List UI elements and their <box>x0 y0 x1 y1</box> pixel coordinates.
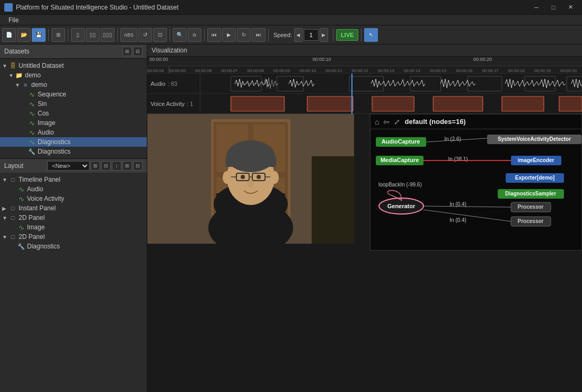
layout-grid2-btn[interactable]: ⊟ <box>101 161 111 171</box>
loop-button[interactable]: ↺ <box>138 28 152 42</box>
layout-item-timeline-panel[interactable]: ▼ □ Timeline Panel <box>0 175 147 184</box>
timeline-ruler-major: 00:00:00 00:00:10 00:00:20 <box>147 57 582 66</box>
svg-point-56 <box>223 171 231 184</box>
va-track-content[interactable] <box>200 94 582 113</box>
toolbar-separator-1 <box>48 29 49 41</box>
speed-value: 1 <box>304 29 319 41</box>
home-icon[interactable]: ⌂ <box>375 118 379 126</box>
dataset-button[interactable]: ⊞ <box>51 28 65 42</box>
arrow-timeline: ▼ <box>2 177 8 183</box>
tree-item-dataset[interactable]: ▼ 🗄 Untitled Dataset <box>0 61 147 70</box>
fullscreen-icon[interactable]: ⤢ <box>394 118 400 126</box>
app-icon <box>4 3 13 12</box>
svg-rect-28 <box>307 96 353 111</box>
loopback-label: loopBackIn (-99.6) <box>378 182 422 188</box>
layout-item-image-2d[interactable]: ▶ ∿ Image <box>0 222 147 232</box>
snap-button[interactable]: ⊡ <box>153 28 167 42</box>
abs-button[interactable]: ABS <box>120 28 137 42</box>
maximize-button[interactable]: □ <box>546 2 561 13</box>
tree-item-audio[interactable]: ▶ ∿ Audio <box>0 128 147 137</box>
tree-item-demo-list[interactable]: ▼ ≡ demo <box>0 80 147 90</box>
tracks-area: Audio : 83 <box>147 74 582 114</box>
layout-item-audio[interactable]: ▶ ∿ Audio <box>0 184 147 194</box>
svg-text:00:00:04: 00:00:04 <box>147 68 164 73</box>
speed-up-button[interactable]: ▶ <box>320 28 328 42</box>
svg-rect-27 <box>231 96 285 111</box>
wave-icon-sin: ∿ <box>28 100 36 108</box>
speed-label: Speed: <box>274 32 292 38</box>
svg-text:00:00:18: 00:00:18 <box>508 68 525 73</box>
tree-item-demo-folder[interactable]: ▼ 📁 demo <box>0 70 147 80</box>
svg-text:00:00:07: 00:00:07 <box>221 68 238 73</box>
layout2-button[interactable]: ▯▯ <box>86 28 100 42</box>
layout-label: Layout <box>4 162 23 170</box>
graph-header: ⌂ ⇦ ⤢ default (nodes=16) <box>371 114 581 129</box>
menu-file[interactable]: File <box>4 16 23 24</box>
minimize-button[interactable]: ─ <box>529 2 544 13</box>
exporter-node-label: Exporter[demo] <box>515 175 554 181</box>
cursor-tool-button[interactable]: ↖ <box>364 28 378 42</box>
tree-item-voice-activity[interactable]: ▶ ∿ Diagnostics <box>0 137 147 147</box>
layout-item-2d-panel-2[interactable]: ▼ □ 2D Panel <box>0 232 147 242</box>
right-content: Visualization 00:00:00 00:00:10 00:00:20… <box>147 44 582 392</box>
open-button[interactable]: 📂 <box>17 28 31 42</box>
layout-expand-btn[interactable]: ⊞ <box>122 161 132 171</box>
arrow-2d-2: ▼ <box>2 234 8 240</box>
layout-grid-btn[interactable]: ⊞ <box>91 161 100 171</box>
sin-label: Sin <box>38 100 47 108</box>
toolbar-separator-5 <box>204 29 205 41</box>
layout-item-2d-panel-1[interactable]: ▼ □ 2D Panel <box>0 213 147 222</box>
layout-dropdown[interactable]: <New> <box>47 161 90 171</box>
layout-collapse-btn[interactable]: ⊟ <box>133 161 143 171</box>
tree-item-cos[interactable]: ▶ ∿ Cos <box>0 109 147 118</box>
va-tl-label: Voice Activity <box>27 195 64 202</box>
new-button[interactable]: 📄 <box>2 28 16 42</box>
zoom-out-button[interactable]: ⊖ <box>188 28 201 42</box>
timeline-ruler-minor[interactable]: 00:00:04 00:00:05 00:00:06 00:00:07 00:0… <box>147 66 582 74</box>
live-button[interactable]: LIVE <box>336 29 358 41</box>
save-button[interactable]: 💾 <box>32 28 46 42</box>
layout-section: Layout <New> ⊞ ⊟ ↕ ⊞ ⊟ ▼ □ Timeline <box>0 159 147 392</box>
layout3-button[interactable]: ▯▯▯ <box>101 28 114 42</box>
media-capture-node-label: MediaCapture <box>381 157 419 163</box>
time-mark-10: 00:00:10 <box>313 57 331 62</box>
back-icon[interactable]: ⇦ <box>383 118 390 126</box>
tree-item-image[interactable]: ▶ ∿ Image <box>0 118 147 128</box>
time-mark-0: 00:00:00 <box>149 57 168 62</box>
graph-svg: AudioCapture SystemVoiceActivityDetector… <box>371 129 582 251</box>
speed-control: Speed: ◀ 1 ▶ <box>274 28 328 42</box>
audio-track-content[interactable] <box>200 74 582 93</box>
svg-rect-41 <box>312 156 354 244</box>
demo-list-label: demo <box>31 81 47 88</box>
wave-icon-image-2d: ∿ <box>17 224 25 231</box>
svg-point-53 <box>241 175 245 179</box>
layout1-button[interactable]: ▯ <box>71 28 85 42</box>
fast-forward-button[interactable]: ⏭ <box>252 28 266 42</box>
tree-item-diagnostics[interactable]: ▶ 🔧 Diagnostics <box>0 147 147 156</box>
timeline-scrubber[interactable]: 00:00:04 00:00:05 00:00:06 00:00:07 00:0… <box>147 66 582 73</box>
svg-point-55 <box>248 180 254 188</box>
layout-sort-btn[interactable]: ↕ <box>112 161 121 171</box>
tree-item-sin[interactable]: ▶ ∿ Sin <box>0 99 147 109</box>
toolbar-separator-2 <box>68 29 68 41</box>
play-button[interactable]: ▶ <box>222 28 236 42</box>
zoom-in-button[interactable]: 🔍 <box>173 28 187 42</box>
datasets-collapse-button[interactable]: ⊟ <box>133 47 143 56</box>
image-2d-label: Image <box>27 224 45 231</box>
app-title: Platform for Situated Intelligence Studi… <box>16 4 529 11</box>
rewind-button[interactable]: ⏮ <box>207 28 221 42</box>
close-button[interactable]: ✕ <box>563 2 578 13</box>
arrow-2d-1: ▼ <box>2 215 8 221</box>
speed-down-button[interactable]: ◀ <box>294 28 303 42</box>
refresh-button[interactable]: ↻ <box>237 28 251 42</box>
layout-item-diag-2d[interactable]: ▶ 🔧 Diagnostics <box>0 242 147 251</box>
layout-item-instant-panel[interactable]: ▶ □ Instant Panel <box>0 203 147 213</box>
datasets-expand-button[interactable]: ⊞ <box>122 47 132 56</box>
svg-text:00:00:05: 00:00:05 <box>169 68 186 73</box>
db-icon: 🗄 <box>8 62 17 69</box>
svg-text:00:00:13: 00:00:13 <box>378 68 395 73</box>
in26-label: In (2.6) <box>444 136 461 142</box>
layout-item-voice-activity[interactable]: ▶ ∿ Voice Activity <box>0 194 147 203</box>
tree-item-sequence[interactable]: ▶ ∿ Sequence <box>0 90 147 99</box>
title-bar: Platform for Situated Intelligence Studi… <box>0 0 582 15</box>
